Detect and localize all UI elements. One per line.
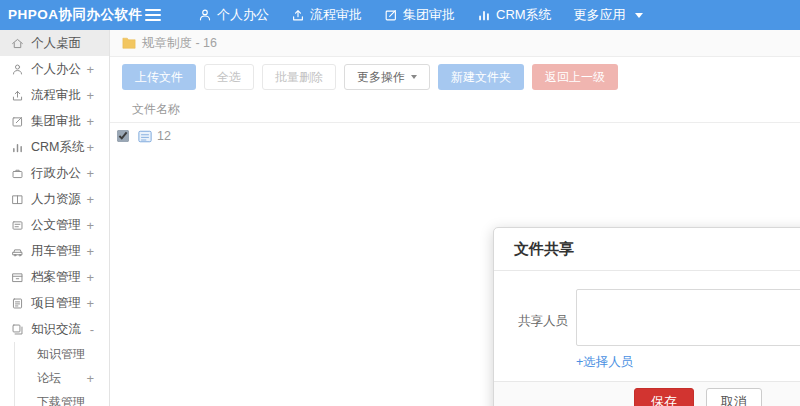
sidebar-item-group-approval[interactable]: 集团审批 + [0,108,109,134]
upload-icon [11,89,24,102]
clipboard-icon [11,297,24,310]
choose-people-link[interactable]: +选择人员 [576,354,633,371]
table-header: 文件名称 [110,97,800,123]
archive-icon [11,271,24,284]
breadcrumb-label: 规章制度 - 16 [142,35,217,52]
cancel-button[interactable]: 取消 [706,388,762,406]
nav-more-apps[interactable]: 更多应用 [563,0,654,30]
knowledge-submenu: 知识管理 论坛 + 下载管理 [14,342,109,406]
new-folder-button[interactable]: 新建文件夹 [438,64,524,90]
row-checkbox[interactable] [117,130,129,142]
modal-footer: 保存 取消 [494,381,800,406]
toolbar: 上传文件 全选 批量删除 更多操作 新建文件夹 返回上一级 [110,57,800,97]
go-back-button[interactable]: 返回上一级 [532,64,618,90]
user-icon [198,8,212,22]
nav-group-approval[interactable]: 集团审批 [373,0,466,30]
briefcase-icon [11,167,24,180]
share-people-label: 共享人员 [516,313,568,330]
app-logo: PHPOA协同办公软件 [0,6,145,24]
chevron-down-icon [411,75,417,79]
select-all-button[interactable]: 全选 [204,64,254,90]
nav-label: 个人办公 [217,6,269,24]
file-name-column-header: 文件名称 [132,101,180,118]
sidebar-item-document-management[interactable]: 公文管理 + [0,212,109,238]
nav-label: 流程审批 [310,6,362,24]
nav-crm-system[interactable]: CRM系统 [466,0,563,30]
sidebar-item-personal-office[interactable]: 个人办公 + [0,56,109,82]
nav-personal-office[interactable]: 个人办公 [187,0,280,30]
sidebar-subitem-download-management[interactable]: 下载管理 [15,390,109,406]
modal-title: 文件共享 [494,228,800,271]
more-actions-button[interactable]: 更多操作 [344,64,430,90]
sidebar: 个人桌面 个人办公 + 流程审批 + 集团审批 + CRM系统 + 行政办公 + [0,30,110,406]
sidebar-subitem-knowledge-management[interactable]: 知识管理 [15,342,109,366]
table-row[interactable]: 12 [110,123,800,149]
sidebar-item-project-management[interactable]: 项目管理 + [0,290,109,316]
nav-label: 集团审批 [403,6,455,24]
bar-chart-icon [477,8,491,22]
upload-icon [291,8,305,22]
user-icon [11,63,24,76]
sidebar-item-personal-desktop[interactable]: 个人桌面 [0,30,109,56]
sidebar-item-human-resources[interactable]: 人力资源 + [0,186,109,212]
breadcrumb: 规章制度 - 16 [110,30,800,57]
sidebar-item-vehicle-management[interactable]: 用车管理 + [0,238,109,264]
file-name: 12 [157,129,171,143]
sidebar-item-workflow-approval[interactable]: 流程审批 + [0,82,109,108]
nav-label: 更多应用 [574,6,626,24]
home-icon [11,37,24,50]
chevron-down-icon [635,13,643,18]
chat-icon [11,323,24,336]
book-icon [11,193,24,206]
share-people-textarea[interactable] [576,289,800,346]
document-icon [11,219,24,232]
nav-workflow-approval[interactable]: 流程审批 [280,0,373,30]
nav-label: CRM系统 [496,6,552,24]
topbar: PHPOA协同办公软件 个人办公 流程审批 集团审批 CRM系统 更多应用 [0,0,800,30]
sidebar-item-archive-management[interactable]: 档案管理 + [0,264,109,290]
sidebar-item-crm-system[interactable]: CRM系统 + [0,134,109,160]
car-icon [11,245,24,258]
menu-toggle-icon[interactable] [145,9,161,21]
modal-body: 共享人员 +选择人员 [494,271,800,381]
sidebar-subitem-forum[interactable]: 论坛 + [15,366,109,390]
batch-delete-button[interactable]: 批量删除 [262,64,336,90]
file-icon [138,130,152,143]
sidebar-item-admin-office[interactable]: 行政办公 + [0,160,109,186]
file-share-modal: 文件共享 共享人员 +选择人员 保存 取消 [493,227,800,406]
save-button[interactable]: 保存 [634,388,694,406]
upload-file-button[interactable]: 上传文件 [122,64,196,90]
sidebar-item-knowledge-exchange[interactable]: 知识交流 - [0,316,109,342]
edit-icon [384,8,398,22]
folder-icon [122,37,136,49]
bar-chart-icon [11,141,24,154]
edit-icon [11,115,24,128]
